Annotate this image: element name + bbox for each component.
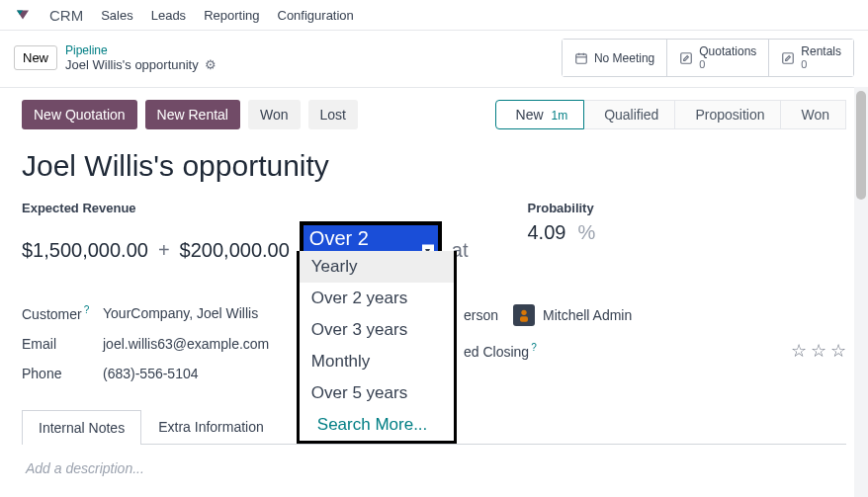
- no-meeting-label: No Meeting: [594, 51, 654, 65]
- recurring-revenue-value[interactable]: $200,000.00: [180, 239, 290, 262]
- stage-pipeline: New 1m Qualified Proposition Won: [495, 100, 846, 129]
- no-meeting-button[interactable]: No Meeting: [563, 40, 667, 76]
- won-button[interactable]: Won: [248, 100, 301, 129]
- phone-label: Phone: [22, 366, 103, 381]
- tab-internal-notes[interactable]: Internal Notes: [22, 410, 141, 445]
- breadcrumb-pipeline[interactable]: Pipeline: [65, 43, 217, 57]
- star-icon[interactable]: ☆: [791, 340, 807, 362]
- probability-value[interactable]: 4.09: [528, 221, 566, 244]
- new-rental-button[interactable]: New Rental: [145, 100, 240, 129]
- customer-value[interactable]: YourCompany, Joel Willis: [103, 305, 258, 321]
- menu-leads[interactable]: Leads: [151, 8, 186, 23]
- salesperson-value[interactable]: Mitchell Admin: [543, 307, 632, 323]
- menu-reporting[interactable]: Reporting: [204, 8, 259, 23]
- revenue-probability-row: Expected Revenue $1,500,000.00 + $200,00…: [22, 201, 846, 279]
- person-icon: [516, 307, 532, 323]
- rentals-button[interactable]: Rentals 0: [769, 40, 853, 76]
- help-icon[interactable]: ?: [531, 342, 537, 353]
- calendar-icon: [574, 51, 588, 65]
- scrollbar[interactable]: [854, 87, 868, 497]
- email-label: Email: [22, 336, 103, 352]
- priority-stars[interactable]: ☆ ☆ ☆: [791, 340, 846, 362]
- rentals-count: 0: [801, 58, 841, 70]
- help-icon[interactable]: ?: [84, 304, 90, 315]
- scrollbar-thumb[interactable]: [856, 91, 866, 200]
- header-bar: New Pipeline Joel Willis's opportunity ⚙…: [0, 31, 868, 88]
- svg-rect-9: [520, 317, 528, 322]
- expected-closing-label: ed Closing?: [464, 342, 537, 360]
- expected-revenue-value[interactable]: $1,500,000.00: [22, 239, 148, 262]
- menu-sales[interactable]: Sales: [101, 8, 133, 23]
- star-icon[interactable]: ☆: [830, 340, 846, 362]
- tab-extra-information[interactable]: Extra Information: [141, 409, 281, 444]
- dd-option-over-3-years[interactable]: Over 3 years: [300, 314, 454, 346]
- stage-new-label: New: [516, 107, 544, 123]
- dd-option-over-2-years[interactable]: Over 2 years: [300, 283, 454, 314]
- quotations-count: 0: [699, 58, 756, 70]
- stage-qualified[interactable]: Qualified: [584, 100, 675, 129]
- lost-button[interactable]: Lost: [308, 100, 358, 129]
- probability-label: Probability: [528, 201, 847, 215]
- quotations-label: Quotations: [699, 45, 756, 58]
- new-button[interactable]: New: [14, 45, 57, 70]
- description-input[interactable]: Add a description...: [22, 445, 846, 492]
- dd-option-monthly[interactable]: Monthly: [300, 346, 454, 377]
- salesperson-label: erson: [464, 307, 513, 323]
- expected-closing-text: ed Closing: [464, 344, 529, 360]
- svg-point-8: [521, 310, 526, 315]
- header-stat-buttons: No Meeting Quotations 0 Rentals 0: [562, 39, 854, 77]
- recurring-plan-menu: Yearly Over 2 years Over 3 years Monthly…: [297, 251, 457, 444]
- svg-rect-7: [783, 52, 794, 63]
- stage-new[interactable]: New 1m: [495, 100, 585, 129]
- top-menubar: CRM Sales Leads Reporting Configuration: [0, 0, 868, 31]
- phone-value[interactable]: (683)-556-5104: [103, 366, 199, 381]
- expected-revenue-label: Expected Revenue: [22, 201, 469, 215]
- breadcrumb-record: Joel Willis's opportunity: [65, 57, 199, 73]
- email-value[interactable]: joel.willis63@example.com: [103, 336, 269, 352]
- customer-label: Customer?: [22, 304, 103, 322]
- rentals-label: Rentals: [801, 45, 841, 58]
- customer-label-text: Customer: [22, 306, 82, 322]
- stage-won[interactable]: Won: [781, 100, 846, 129]
- pencil-square-icon: [679, 51, 693, 65]
- star-icon[interactable]: ☆: [811, 340, 826, 362]
- actions-row: New Quotation New Rental Won Lost New 1m…: [22, 100, 846, 129]
- avatar: [513, 304, 535, 326]
- new-quotation-button[interactable]: New Quotation: [22, 100, 137, 129]
- stage-new-duration: 1m: [551, 109, 567, 123]
- pencil-square-icon: [781, 51, 795, 65]
- breadcrumb: Pipeline Joel Willis's opportunity ⚙: [65, 43, 217, 73]
- svg-rect-2: [576, 54, 587, 63]
- main-form: New Quotation New Rental Won Lost New 1m…: [0, 88, 868, 497]
- menu-configuration[interactable]: Configuration: [278, 8, 354, 23]
- app-brand[interactable]: CRM: [49, 7, 83, 24]
- dd-option-over-5-years[interactable]: Over 5 years: [300, 377, 454, 409]
- dd-option-yearly[interactable]: Yearly: [300, 251, 454, 283]
- dd-search-more[interactable]: Search More...: [300, 409, 454, 441]
- page-title[interactable]: Joel Willis's opportunity: [22, 149, 846, 183]
- svg-rect-6: [681, 52, 692, 63]
- gear-icon[interactable]: ⚙: [205, 57, 217, 73]
- quotations-button[interactable]: Quotations 0: [667, 40, 769, 76]
- app-logo-icon: [14, 6, 32, 24]
- stage-proposition[interactable]: Proposition: [675, 100, 781, 129]
- recurring-plan-dropdown[interactable]: Over 2 years ▾ Yearly Over 2 years Over …: [300, 221, 442, 279]
- percent-sign: %: [577, 221, 595, 244]
- plus-sign: +: [158, 239, 170, 262]
